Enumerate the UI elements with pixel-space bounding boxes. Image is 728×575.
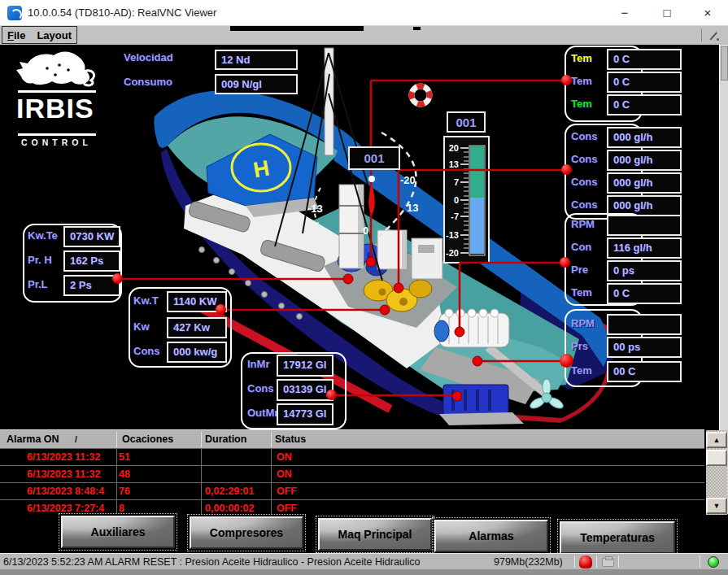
logo-rule-bottom [18, 133, 96, 136]
connector-dot-flow [326, 390, 337, 400]
window-bottom-edge [0, 569, 728, 575]
gauge-tag-2: 001 [447, 111, 486, 133]
flowcons-label: Cons [247, 382, 274, 394]
kwte-label: Kw.Te [28, 229, 58, 242]
rpm-group-1: RPM Con116 gl/h Pre0 ps Tem0 C [565, 213, 683, 306]
alarm-status: ON [277, 451, 292, 463]
lifebuoy-icon [408, 83, 432, 107]
alarm-row[interactable]: 6/13/2023 7:27:4 8 0,00:00:02 OFF [0, 500, 704, 514]
dial-label: -13 [307, 203, 323, 215]
alarm-lamp-icon[interactable] [579, 555, 592, 568]
gauge-tag-1: 001 [348, 146, 400, 170]
inmr-value: 17912 Gl [277, 355, 333, 377]
connection-quality-icon[interactable] [708, 30, 720, 41]
auxiliares-button[interactable]: Auxiliares [61, 516, 175, 548]
connector-dot-power2 [216, 304, 226, 315]
printer-icon[interactable] [602, 558, 614, 567]
cons-label-4: Cons [571, 198, 598, 211]
inmr-label: InMr [247, 358, 269, 370]
connector-dot-rpm1 [560, 257, 570, 268]
rpm2-tem-value: 00 C [607, 361, 682, 382]
rpm1-pre-value: 0 ps [607, 260, 682, 281]
scroll-up-arrow[interactable]: ▲ [706, 432, 727, 448]
alarm-row[interactable]: 6/13/2023 11:32 51 ON [0, 449, 704, 466]
alarm-duration: 0,02:29:01 [205, 486, 254, 497]
gauge-tick: -7 [451, 211, 459, 221]
alarm-date: 6/13/2023 11:32 [27, 468, 100, 480]
col-ocaciones[interactable]: Ocaciones [122, 433, 173, 445]
prh-value: 162 Ps [63, 250, 120, 272]
alarm-table: Alarma ON / Ocaciones Duration Status 6/… [0, 429, 704, 514]
alarm-row[interactable]: 6/13/2023 8:48:4 76 0,02:29:01 OFF [0, 483, 704, 500]
window-title: 10.0.0.54 (TD810-AD): RealVNC Viewer [28, 7, 216, 19]
flowcons-value: 03139 Gl [277, 379, 333, 401]
rpm2-prs-value: 00 ps [607, 337, 682, 358]
kw-value: 427 Kw [167, 317, 227, 338]
alarm-date: 6/13/2023 11:32 [27, 451, 100, 463]
velocity-label: Velocidad [124, 51, 173, 63]
kwcons-value: 000 kw/g [167, 342, 227, 363]
connector-dot-temp [561, 75, 572, 85]
temp-label-2: Tem [571, 75, 592, 87]
temperaturas-button[interactable]: Temperaturas [560, 521, 675, 554]
cons-label-1: Cons [571, 130, 598, 142]
power-group-2: Kw.T1140 KW Kw427 Kw Cons000 kw/g [129, 287, 232, 368]
close-button[interactable]: × [689, 0, 726, 25]
logo-brand: IRBIS [16, 93, 94, 124]
irbis-logo: IRBIS CONTROL [13, 47, 112, 159]
realvnc-icon [7, 6, 22, 20]
rpm2-value [607, 314, 682, 335]
status-message: 6/13/2023 5:52:23 AM ALARM RESET : Presi… [3, 556, 421, 568]
alarm-row[interactable]: 6/13/2023 11:32 48 ON [0, 466, 704, 483]
temp-group: Tem0 C Tem0 C Tem0 C [565, 46, 683, 122]
outmr-value: 14773 Gl [277, 403, 333, 425]
menu-file[interactable]: File [7, 29, 25, 41]
connector-dot-cons [561, 164, 572, 175]
cons-label-3: Cons [571, 176, 598, 188]
rpm2-tem-label: Tem [571, 364, 592, 377]
menu-layout[interactable]: Layout [37, 29, 72, 41]
compresores-button[interactable]: Compresores [190, 516, 303, 549]
col-alarma-on[interactable]: Alarma ON [7, 433, 59, 445]
maq-principal-button[interactable]: Maq Principal [318, 518, 432, 551]
vnc-scroll-thumb[interactable] [721, 46, 728, 81]
menu-box: File Layout [2, 26, 77, 44]
rpm1-con-value: 116 gl/h [607, 237, 682, 259]
rpm1-tem-value: 0 C [607, 283, 682, 304]
col-duration[interactable]: Duration [205, 433, 246, 445]
velocity-value: 12 Nd [215, 50, 298, 70]
alarm-count: 76 [119, 486, 130, 497]
alarm-status: ON [277, 468, 292, 480]
maximize-button[interactable]: □ [648, 0, 686, 25]
hmi-canvas: H [0, 45, 719, 429]
alarm-count: 51 [119, 451, 130, 463]
outmr-label: OutMr [247, 407, 278, 419]
cons-group: Cons000 gl/h Cons000 gl/h Cons000 gl/h C… [565, 124, 683, 220]
minimize-button[interactable]: − [606, 0, 643, 25]
dial-label: 13 [407, 202, 418, 214]
alarm-count: 48 [119, 468, 130, 480]
rpm1-pre-label: Pre [571, 264, 588, 276]
alarm-status: OFF [277, 486, 297, 497]
kwte-value: 0730 KW [63, 226, 120, 247]
alarm-date: 6/13/2023 7:27:4 [27, 503, 104, 514]
temp-value-3: 0 C [607, 94, 682, 115]
memory-usage: 979Mb(232Mb) [494, 556, 563, 568]
realvnc-window: 10.0.0.54 (TD810-AD): RealVNC Viewer − □… [0, 0, 728, 575]
alarm-scrollbar[interactable]: ▲ ▼ [706, 430, 727, 515]
consumption-label: Consumo [124, 76, 172, 88]
col-status[interactable]: Status [275, 433, 306, 445]
menu-bar: File Layout [0, 26, 728, 45]
vnc-toolbar-remnant [230, 26, 364, 31]
cons-value-3: 000 gl/h [607, 172, 682, 194]
sort-indicator: / [75, 435, 77, 444]
rpm1-tem-label: Tem [571, 286, 592, 298]
kw-label: Kw [133, 320, 150, 333]
temp-value-1: 0 C [607, 49, 682, 70]
alarmas-button[interactable]: Alarmas [434, 520, 548, 552]
cons-value-2: 000 gl/h [607, 150, 682, 171]
temp-value-2: 0 C [607, 72, 682, 93]
scroll-down-arrow[interactable]: ▼ [706, 498, 727, 514]
scrollbar-thumb[interactable] [706, 450, 727, 466]
gauge-tick: 0 [454, 195, 459, 205]
